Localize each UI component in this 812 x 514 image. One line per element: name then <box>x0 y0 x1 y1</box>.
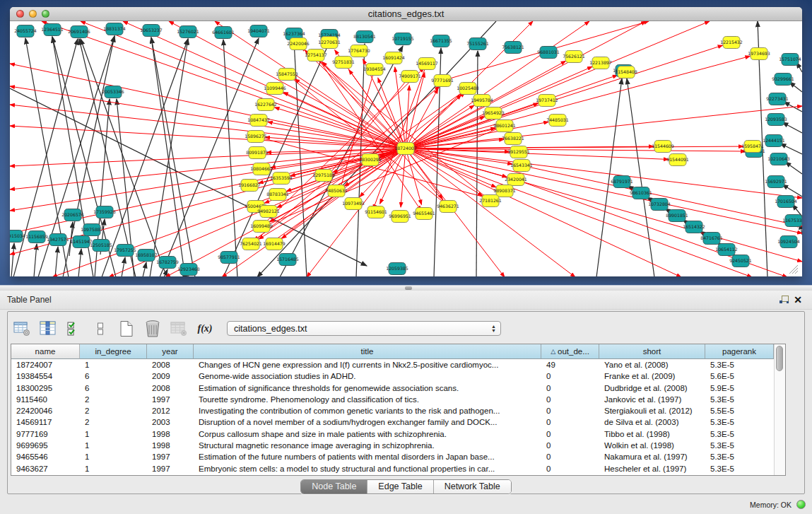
graph-node-teal[interactable]: 13427571 <box>47 234 69 246</box>
graph-node-teal[interactable]: 17957255 <box>114 245 136 257</box>
graph-node-teal[interactable]: 24055724 <box>14 25 37 37</box>
graph-node-teal[interactable]: 16514322 <box>683 221 705 233</box>
delete-table-button-disabled[interactable] <box>169 319 189 339</box>
graph-node-teal[interactable]: 12093583 <box>765 114 787 126</box>
table-cell[interactable]: 2 <box>80 394 147 405</box>
graph-node-teal[interactable]: 15692971 <box>765 176 787 188</box>
table-cell[interactable]: Jankovic et al. (1997) <box>599 394 705 405</box>
graph-node-teal[interactable]: 10210643 <box>767 153 790 165</box>
table-cell[interactable]: Estimation of significance thresholds fo… <box>194 382 541 394</box>
table-cell[interactable]: 5.3E-5 <box>705 463 774 474</box>
table-cell[interactable]: 0 <box>541 428 599 440</box>
table-row[interactable]: 1456911722003Disruption of a novel membe… <box>11 416 785 428</box>
tab-network-table[interactable]: Network Table <box>434 480 511 493</box>
graph-node-yellow[interactable]: 91154601 <box>365 206 387 218</box>
table-cell[interactable]: 0 <box>541 451 599 462</box>
graph-node-yellow[interactable]: 88783341 <box>266 189 289 201</box>
table-cell[interactable]: 0 <box>541 440 599 451</box>
graph-node-yellow[interactable]: 11099446 <box>264 83 286 95</box>
graph-node-yellow[interactable]: 16227642 <box>254 99 277 111</box>
table-cell[interactable]: Investigating the contribution of common… <box>194 405 541 416</box>
horizontal-splitter[interactable] <box>0 285 812 291</box>
graph-node-yellow[interactable]: 16914479 <box>263 238 286 250</box>
table-cell[interactable]: 6 <box>80 370 147 382</box>
graph-node-yellow[interactable]: 12213897 <box>589 57 612 69</box>
table-cell[interactable]: Nakamura et al. (1997) <box>599 451 705 462</box>
canvas-resize-grip-icon[interactable] <box>789 265 798 274</box>
graph-node-teal[interactable]: 16782759 <box>156 257 179 269</box>
table-cell[interactable]: Corpus callosum shape and size in male p… <box>194 428 541 440</box>
graph-node-yellow[interactable]: 97771691 <box>431 75 454 87</box>
graph-node-yellow[interactable]: 15896275 <box>245 131 267 143</box>
graph-node-yellow[interactable]: 94982121 <box>257 206 280 218</box>
graph-node-yellow[interactable]: 98601241 <box>493 120 516 132</box>
table-cell[interactable]: 22420046 <box>11 405 80 416</box>
show-columns-button[interactable] <box>38 319 58 339</box>
table-row[interactable]: 946362711997Embryonic stem cells: a mode… <box>11 463 785 474</box>
graph-node-teal[interactable]: 11675333 <box>782 215 802 227</box>
table-row[interactable]: 969969511998Structural magnetic resonanc… <box>11 440 785 451</box>
table-cell[interactable]: 9777169 <box>11 428 80 440</box>
graph-node-yellow[interactable]: 10804667 <box>250 163 273 175</box>
graph-node-teal[interactable]: 12444151 <box>763 135 785 147</box>
table-cell[interactable]: 1 <box>80 451 147 462</box>
table-cell[interactable]: 5.9E-5 <box>705 382 774 394</box>
table-cell[interactable]: Stergiakouli et al. (2012) <box>599 405 705 416</box>
table-cell[interactable]: 14569117 <box>11 416 80 428</box>
graph-node-teal[interactable]: 15276021 <box>177 26 199 38</box>
graph-node-yellow[interactable]: 76254021 <box>240 238 262 250</box>
table-cell[interactable]: 1 <box>80 428 147 440</box>
graph-node-teal[interactable]: 12505185 <box>90 240 112 252</box>
table-cell[interactable]: 2008 <box>147 382 194 394</box>
minimize-window-button[interactable] <box>29 10 37 18</box>
graph-node-teal[interactable]: 16958107 <box>135 250 158 262</box>
table-cell[interactable]: Embryonic stem cells: a model to study s… <box>194 463 541 474</box>
graph-node-yellow[interactable]: 15847553 <box>276 69 298 81</box>
graph-node-teal[interactable]: 68791971 <box>611 176 633 188</box>
graph-node-teal[interactable]: 98577911 <box>218 252 240 264</box>
table-cell[interactable]: 18300295 <box>11 382 80 394</box>
tab-edge-table[interactable]: Edge Table <box>367 480 433 493</box>
graph-node-yellow[interactable]: 15958471 <box>741 141 764 153</box>
create-column-button[interactable] <box>117 319 136 339</box>
graph-node-yellow[interactable]: 80991871 <box>246 147 269 159</box>
graph-node-yellow[interactable]: 17764730 <box>348 45 370 57</box>
table-cell[interactable]: 5.3E-5 <box>705 440 774 451</box>
table-cell[interactable]: Wolkin et al. (1998) <box>599 440 705 451</box>
graph-node-teal[interactable]: 15716485 <box>276 254 299 266</box>
graph-node-teal[interactable]: 20053346 <box>102 86 124 98</box>
graph-node-teal[interactable]: 19404071 <box>247 25 270 37</box>
graph-node-yellow[interactable]: 19734693 <box>748 48 770 60</box>
table-cell[interactable]: 2 <box>80 405 147 416</box>
table-cell[interactable]: Franke et al. (2009) <box>599 370 705 382</box>
graph-node-teal[interactable]: 18831374 <box>103 23 126 35</box>
table-cell[interactable]: 9699695 <box>11 440 80 451</box>
graph-node-yellow[interactable]: 19737412 <box>536 95 558 107</box>
graph-node-teal[interactable]: 89901851 <box>666 210 688 222</box>
vertical-scrollbar[interactable] <box>774 344 785 475</box>
table-row[interactable]: 1830029562008Estimation of significance … <box>11 382 785 394</box>
column-header-name[interactable]: name <box>11 344 80 359</box>
table-cell[interactable]: 0 <box>541 382 599 394</box>
graph-node-teal[interactable]: 10924504 <box>777 236 800 248</box>
table-cell[interactable]: 5.3E-5 <box>705 359 774 370</box>
graph-node-teal[interactable]: 12364511 <box>41 24 64 36</box>
table-cell[interactable]: 9115460 <box>11 394 80 405</box>
graph-node-teal[interactable]: 10719155 <box>392 33 414 45</box>
table-cell[interactable]: 0 <box>541 394 599 405</box>
graph-node-yellow[interactable]: 94636271 <box>437 201 459 213</box>
graph-node-yellow[interactable]: 12270631 <box>318 37 341 49</box>
graph-node-teal[interactable]: 11156859 <box>25 231 48 243</box>
graph-node-yellow[interactable]: 11548408 <box>615 66 637 78</box>
table-cell[interactable]: 5.6E-5 <box>705 370 774 382</box>
graph-node-teal[interactable]: 75638121 <box>502 42 524 54</box>
table-cell[interactable]: 1 <box>80 440 147 451</box>
table-cell[interactable]: 5.3E-5 <box>705 394 774 405</box>
table-cell[interactable]: 1997 <box>147 463 194 474</box>
row-height-button[interactable] <box>90 319 110 339</box>
table-cell[interactable]: Disruption of a novel member of a sodium… <box>194 416 541 428</box>
column-header-out-de[interactable]: △out_de... <box>541 344 599 359</box>
graph-node-yellow[interactable]: 75626121 <box>563 51 585 63</box>
table-cell[interactable]: Estimation of the future numbers of pati… <box>194 451 541 462</box>
table-cell[interactable]: 9465546 <box>11 451 80 462</box>
